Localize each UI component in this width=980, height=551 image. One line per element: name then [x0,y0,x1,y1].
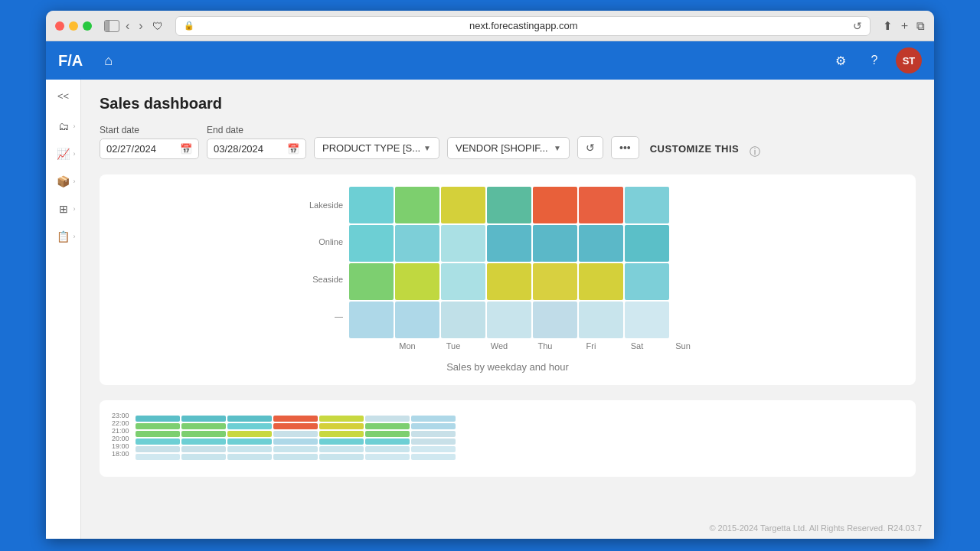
heatmap-y-labels: LakesideOnlineSeaside— [309,187,343,350]
lock-icon: 🔒 [184,21,194,31]
x-label: Thu [522,341,568,350]
heatmap-cell [487,225,531,262]
footer: © 2015-2024 Targetta Ltd. All Rights Res… [703,520,928,536]
sidebar-item-documents[interactable]: 🗂 › [50,114,77,139]
heatmap-cell [579,225,623,262]
home-icon[interactable]: ⌂ [104,53,113,69]
start-date-field: Start date 02/27/2024 📅 [100,125,199,159]
heatmap2-cell [181,416,226,422]
heatmap2-cell [136,423,180,429]
heatmap2-cell [136,431,180,437]
heatmap2-cell [319,423,364,429]
heatmap2-cell [227,454,272,460]
reload-button[interactable]: ↺ [853,20,862,32]
page-content: Sales dashboard Start date 02/27/2024 📅 … [81,80,934,539]
y-label2: 20:00 [112,435,129,442]
heatmap2-cell [319,446,364,452]
product-type-label: PRODUCT TYPE [S... [322,142,420,154]
heatmap-cell [441,187,485,223]
heatmap2-cell [365,454,410,460]
vendor-filter[interactable]: VENDOR [SHOPIF... ▼ [447,137,570,159]
heatmap-cell [441,225,485,262]
end-date-input[interactable]: 03/28/2024 [214,143,283,155]
x-label: Sat [614,341,660,350]
start-date-calendar-icon[interactable]: 📅 [180,143,192,155]
y-label: Lakeside [309,201,343,210]
sidebar-item-inventory[interactable]: 📦 › [50,169,77,194]
url-bar[interactable]: 🔒 next.forecastingapp.com ↺ [175,16,871,36]
heatmap2-cell [273,416,318,422]
heatmap2-grid [136,416,456,460]
app-container: F/A ⌂ ⚙ ? ST << 🗂 › 📈 › [46,41,934,539]
heatmap2-cell [273,439,318,445]
tabs-button[interactable]: ⧉ [916,19,925,33]
x-label: Sun [660,341,706,350]
back-button[interactable]: ‹ [122,18,132,34]
heatmap-cell [579,263,623,300]
heatmap-cell [625,263,669,300]
heatmap-area: LakesideOnlineSeaside— MonTueWedThuFriSa… [309,187,706,350]
heatmap2-cell [273,454,318,460]
y-label2: 21:00 [112,428,129,434]
heatmap2-cell [319,439,364,445]
heatmap2-cell [365,446,410,452]
sidebar-item-analytics[interactable]: 📈 › [50,142,77,166]
heatmap-cell [395,225,439,262]
sidebar-item-grid[interactable]: ⊞ › [50,197,77,221]
shield-icon: 🛡 [152,20,163,32]
inventory-icon: 📦 [57,175,70,187]
sidebar-collapse-button[interactable]: << [53,86,74,106]
app-header: F/A ⌂ ⚙ ? ST [46,41,934,80]
vendor-label: VENDOR [SHOPIF... [456,142,548,154]
sidebar-toggle[interactable] [104,20,119,32]
heatmap-cell [441,302,485,338]
heatmap2-cell [273,431,318,437]
x-label: Mon [384,341,430,350]
page-title: Sales dashboard [100,95,916,112]
customize-button[interactable]: CUSTOMIZE THIS [647,139,743,159]
end-date-field: End date 03/28/2024 📅 [207,125,306,159]
heatmap2-cell [411,431,456,437]
heatmap2-cell [181,446,226,452]
heatmap2-cell [227,416,272,422]
heatmap2-cell [273,423,318,429]
x-label: Wed [476,341,522,350]
heatmap2-cell [227,431,272,437]
browser-actions: ⬆ ＋ ⧉ [883,18,925,33]
heatmap2-cell [365,423,410,429]
product-type-chevron: ▼ [423,144,431,152]
heatmap2-area: 23:0022:0021:0020:0019:0018:00 [112,412,903,460]
new-tab-button[interactable]: ＋ [899,18,910,33]
heatmap2-cell [136,454,180,460]
help-button[interactable]: ? [862,48,887,73]
heatmap2-cell [181,423,226,429]
heatmap-cell [395,302,439,338]
maximize-button[interactable] [83,21,92,31]
app-logo: F/A [58,52,83,70]
refresh-button[interactable]: ↺ [577,136,603,159]
main-content: << 🗂 › 📈 › 📦 › ⊞ › 📋 [46,80,934,539]
heatmap-cell [625,225,669,262]
user-avatar[interactable]: ST [896,47,922,73]
heatmap2-cell [227,423,272,429]
forward-button[interactable]: › [136,18,145,34]
end-date-calendar-icon[interactable]: 📅 [287,143,299,155]
analytics-icon: 📈 [57,148,70,160]
minimize-button[interactable] [69,21,78,31]
share-button[interactable]: ⬆ [883,19,893,33]
info-icon[interactable]: ⓘ [750,145,760,159]
product-type-filter[interactable]: PRODUCT TYPE [S... ▼ [314,137,439,159]
heatmap-cell [395,187,439,223]
heatmap-cell [625,302,669,338]
sidebar-item-reports[interactable]: 📋 › [50,224,77,249]
reports-icon: 📋 [57,230,70,243]
heatmap-cell [441,263,485,300]
more-options-button[interactable]: ••• [611,136,639,159]
heatmap-wrapper: LakesideOnlineSeaside— MonTueWedThuFriSa… [112,187,903,373]
heatmap2-cell [411,416,456,422]
start-date-input[interactable]: 02/27/2024 [106,143,175,155]
close-button[interactable] [55,21,64,31]
settings-button[interactable]: ⚙ [828,48,853,73]
heatmap-cell [487,263,531,300]
grid-icon: ⊞ [59,203,68,215]
